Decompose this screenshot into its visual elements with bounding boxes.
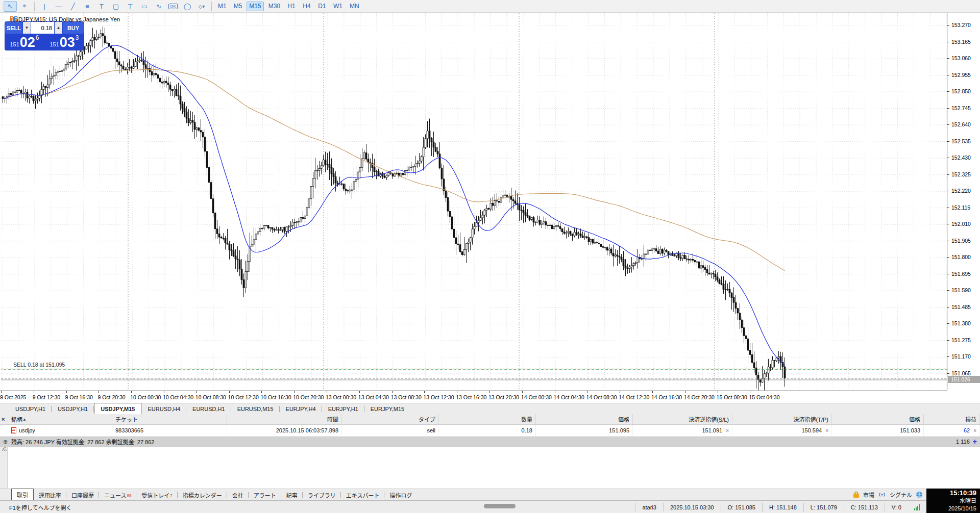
toolbox-tab-口座履歴[interactable]: 口座履歴	[66, 490, 99, 500]
label-object-tool[interactable]: ▭	[138, 1, 151, 12]
shapes-dropdown-tool[interactable]: ◇▾	[195, 1, 208, 12]
time-tick-label: 14 Oct 20:30	[684, 394, 715, 400]
toolbox-tab-受信トレイ[interactable]: 受信トレイ7	[136, 490, 177, 500]
toolbox-tab-アラート[interactable]: アラート	[249, 490, 281, 500]
chart-canvas[interactable]: SELL 0.18 at 151.095 USDJPY,M15: US Doll…	[1, 13, 947, 390]
timeframe-h1[interactable]: H1	[285, 2, 298, 11]
splitter-handle[interactable]	[484, 504, 516, 508]
status-cell-4: L: 151.079	[803, 503, 844, 511]
timeframe-h4[interactable]: H4	[300, 2, 313, 11]
status-cell-2: O: 151.085	[721, 503, 762, 511]
time-tick-label: 15 Oct 04:30	[749, 394, 779, 400]
text-tool[interactable]: T	[95, 1, 108, 12]
timeframe-mn[interactable]: MN	[347, 2, 362, 11]
time-tick-label: 13 Oct 12:30	[423, 394, 454, 400]
toolbox-tab-記事[interactable]: 記事	[281, 490, 303, 500]
indicators-tool[interactable]: ∿	[152, 1, 165, 12]
signal-antenna-icon	[878, 492, 886, 498]
column-header-1[interactable]: 銘柄 ▲	[8, 414, 112, 424]
horizontal-line-tool[interactable]: —	[52, 1, 65, 12]
buy-button[interactable]: BUY	[63, 22, 84, 34]
ellipse-tool[interactable]: ◯	[181, 1, 194, 12]
chart-tab-usdjpy-m15[interactable]: USDJPY,M15	[94, 403, 141, 414]
chart-tab-eurjpy-m15[interactable]: EURJPY,M15	[364, 404, 410, 414]
price-tick-label: 151.485	[951, 304, 971, 310]
volume-increase-button[interactable]: ▲	[55, 22, 62, 34]
time-tick-mark	[99, 391, 99, 393]
timeframe-d1[interactable]: D1	[315, 2, 329, 11]
toolbox-tab-ライブラリ[interactable]: ライブラリ	[303, 490, 341, 500]
column-header-5[interactable]: 数量	[439, 414, 536, 424]
timeframe-m30[interactable]: M30	[266, 2, 283, 11]
column-header-3[interactable]: 時間	[227, 414, 342, 424]
column-header-9[interactable]: 価格	[832, 414, 924, 424]
new-order-plus-button[interactable]: +	[973, 438, 977, 446]
position-cell-0	[0, 425, 8, 436]
chart-tab-eurjpy-h1[interactable]: EURJPY,H1	[322, 404, 364, 414]
sell-button[interactable]: SELL	[5, 22, 22, 34]
crosshair-tool[interactable]: ⌖	[18, 1, 31, 12]
cursor-tool[interactable]: ↖	[4, 1, 17, 12]
chart-tab-eurjpy-h4[interactable]: EURJPY,H4	[280, 404, 322, 414]
volume-decrease-button[interactable]: ▼	[23, 22, 31, 34]
tab-badge: 99	[127, 493, 131, 498]
timeframe-m1[interactable]: M1	[215, 2, 229, 11]
time-tick-label: 14 Oct 16:30	[651, 394, 682, 400]
toolbox-tab-ニュース[interactable]: ニュース99	[99, 490, 136, 500]
timeframe-m5[interactable]: M5	[231, 2, 245, 11]
remove-sl-button[interactable]: ×	[726, 428, 729, 433]
toolbox-tab-運用比率[interactable]: 運用比率	[34, 490, 66, 500]
position-cell-value: 983303665	[115, 427, 143, 433]
volume-input[interactable]: 0.18	[31, 22, 54, 34]
column-header-10[interactable]: 損益	[924, 414, 980, 424]
column-header-8[interactable]: 決済指値(T/P)	[732, 414, 832, 424]
time-tick-mark	[457, 391, 457, 393]
price-tick-mark	[947, 75, 949, 75]
chart-tab-eurusd-m15[interactable]: EURUSD,M15	[231, 404, 280, 414]
chart-tab-usdjpy-h1[interactable]: USDJPY,H1	[52, 404, 94, 414]
column-header-2[interactable]: チケット	[112, 414, 227, 424]
time-tick-label: 9 Oct 20:30	[97, 394, 125, 400]
signal-button[interactable]: シグナル	[890, 491, 912, 499]
toolbox-tab-会社[interactable]: 会社	[227, 490, 249, 500]
toolbox-tab-取引[interactable]: 取引	[11, 489, 34, 500]
time-tick-label: 9 Oct 12:30	[33, 394, 60, 400]
chart-tab-eurusd-h4[interactable]: EURUSD,H4	[141, 404, 186, 414]
trendline-tool[interactable]: ╱	[66, 1, 80, 12]
timeframe-m15[interactable]: M15	[247, 2, 263, 11]
vertical-line-tool[interactable]: |	[38, 1, 51, 12]
equidistant-channel-tool[interactable]: ≡	[81, 1, 94, 12]
time-tick-mark	[294, 391, 295, 393]
remove-position-button[interactable]: ×	[973, 428, 976, 433]
ok-button-tool[interactable]: OK	[166, 1, 180, 12]
chart-tab-usdjpy-h1[interactable]: USDJPY,H1	[9, 404, 52, 414]
time-axis[interactable]: 9 Oct 20259 Oct 12:309 Oct 16:309 Oct 20…	[0, 391, 947, 403]
market-button[interactable]: 市場	[863, 491, 874, 499]
time-tick-label: 14 Oct 00:30	[521, 394, 552, 400]
toolbox-tab-操作ログ[interactable]: 操作ログ	[384, 490, 417, 500]
time-tick-label: 14 Oct 04:30	[554, 394, 584, 400]
position-row[interactable]: usdjpy9833036652025.10.15 06:03:57.898se…	[0, 425, 980, 437]
balance-text: 残高: 26 746 JPY 有効証拠金: 27 862 余剰証拠金: 27 8…	[11, 438, 154, 446]
column-header-7[interactable]: 決済逆指値(S/L)	[633, 414, 732, 424]
column-header-6[interactable]: 価格	[536, 414, 633, 424]
timeframe-w1[interactable]: W1	[331, 2, 345, 11]
price-tick-mark	[947, 290, 949, 291]
price-axis[interactable]: 153.270153.165153.060152.955152.850152.7…	[947, 13, 980, 390]
expand-icon[interactable]: ⊕	[3, 439, 8, 445]
toolbox-close-button[interactable]: ×	[0, 414, 8, 424]
symbol-icon	[11, 427, 16, 433]
position-cell-2: 983303665	[112, 425, 227, 436]
chart-tab-eurusd-h1[interactable]: EURUSD,H1	[186, 404, 231, 414]
status-fields: atari32025.10.15 03:30O: 151.085H: 151.1…	[635, 501, 925, 513]
remove-tp-button[interactable]: ×	[825, 428, 828, 433]
position-cell-10: 62×	[924, 425, 980, 436]
time-tick-mark	[1, 391, 2, 393]
rectangle-tool[interactable]: ▢	[109, 1, 122, 12]
toolbox-tab-エキスパート[interactable]: エキスパート	[341, 490, 385, 500]
column-header-4[interactable]: タイプ	[342, 414, 439, 424]
text-label-tool[interactable]: ⊤	[124, 1, 137, 12]
time-tick-mark	[229, 391, 230, 393]
position-cell-7: 151.091×	[633, 425, 732, 436]
toolbox-tab-指標カレンダー[interactable]: 指標カレンダー	[178, 490, 227, 500]
